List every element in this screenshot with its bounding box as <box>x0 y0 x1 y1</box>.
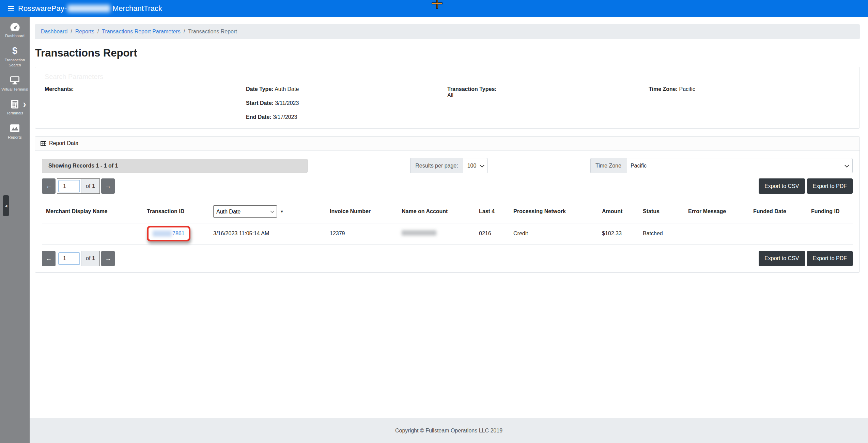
chart-area-icon <box>10 123 19 133</box>
param-end-date: End Date: 3/17/2023 <box>246 114 447 120</box>
footer: Copyright © Fullsteam Operations LLC 201… <box>30 418 868 443</box>
param-transaction-types: Transaction Types: All <box>447 86 649 128</box>
sidebar-item-label: Transaction Search <box>1 58 29 68</box>
page-number-input[interactable] <box>58 180 80 192</box>
export-csv-button[interactable]: Export to CSV <box>759 251 805 266</box>
param-date-type: Date Type: Auth Date <box>246 86 447 92</box>
col-sort-date: Auth Date ▼ <box>209 203 326 223</box>
cell-merchant-display-name <box>42 223 143 244</box>
calculator-icon <box>11 99 18 109</box>
breadcrumb: Dashboard / Reports / Transactions Repor… <box>35 24 860 39</box>
brand-prefix: RosswarePay- <box>18 4 67 13</box>
cell-funded-date <box>749 223 807 244</box>
table-header-row: Merchant Display Name Transaction ID Aut… <box>42 203 853 223</box>
date-column-select[interactable]: Auth Date <box>213 205 277 218</box>
sidebar-item-label: Virtual Terminal <box>1 87 28 92</box>
next-page-button[interactable]: → <box>101 251 115 266</box>
merchants-label: Merchants: <box>45 86 74 92</box>
sidebar-item-virtual-terminal[interactable]: Virtual Terminal <box>0 75 30 92</box>
sidebar-item-label: Dashboard <box>5 33 24 39</box>
results-per-page-select[interactable]: 100 <box>463 158 488 173</box>
page-number-group: of 1 <box>57 251 100 266</box>
export-buttons-bottom: Export to CSV Export to PDF <box>759 251 853 266</box>
cell-invoice-number: 12379 <box>326 223 398 244</box>
table-icon <box>41 141 46 146</box>
pagination-bottom: ← of 1 → <box>42 251 115 266</box>
export-pdf-button[interactable]: Export to PDF <box>807 251 853 266</box>
sidebar-item-reports[interactable]: Reports <box>0 123 30 140</box>
monitor-icon <box>10 75 19 85</box>
breadcrumb-separator: / <box>71 29 72 35</box>
gauge-icon <box>10 22 20 32</box>
param-start-date: Start Date: 3/11/2023 <box>246 100 447 106</box>
export-buttons-top: Export to CSV Export to PDF <box>759 178 853 194</box>
search-parameters-card: Search Parameters Merchants: Date Type: … <box>35 67 860 129</box>
prev-page-button[interactable]: ← <box>42 178 56 194</box>
cell-funding-id <box>807 223 853 244</box>
breadcrumb-dashboard[interactable]: Dashboard <box>41 29 67 35</box>
results-per-page-label: Results per page: <box>410 158 463 173</box>
sort-direction-caret-icon[interactable]: ▼ <box>280 209 284 213</box>
cell-name-on-account <box>398 223 475 244</box>
export-pdf-button[interactable]: Export to PDF <box>807 178 853 194</box>
crosshair-cursor <box>431 0 443 9</box>
breadcrumb-separator: / <box>97 29 99 35</box>
breadcrumb-separator: / <box>184 29 185 35</box>
sidebar-item-label: Terminals <box>6 111 23 116</box>
red-highlight-annotation: 7861 <box>147 226 190 241</box>
cell-last-4: 0216 <box>475 223 509 244</box>
col-merchant-display-name: Merchant Display Name <box>42 203 143 223</box>
next-page-button[interactable]: → <box>101 178 115 194</box>
col-name-on-account: Name on Account <box>398 203 475 223</box>
col-amount: Amount <box>598 203 639 223</box>
breadcrumb-transactions-report-parameters[interactable]: Transactions Report Parameters <box>102 29 181 35</box>
sidebar-nav: Dashboard $ Transaction Search Virtual T… <box>0 17 30 443</box>
chevron-right-icon: ❯ <box>23 102 26 107</box>
copyright-text: Copyright © Fullsteam Operations LLC 201… <box>395 428 502 434</box>
breadcrumb-reports[interactable]: Reports <box>75 29 94 35</box>
sidebar-item-transaction-search[interactable]: $ Transaction Search <box>0 46 30 68</box>
sidebar-item-terminals[interactable]: ❯ Terminals <box>0 99 30 116</box>
cell-status: Batched <box>639 223 684 244</box>
page-number-input[interactable] <box>58 252 80 265</box>
main-content: Dashboard / Reports / Transactions Repor… <box>30 17 868 418</box>
param-dates: Date Type: Auth Date Start Date: 3/11/20… <box>246 86 447 128</box>
time-zone-label: Time Zone <box>590 158 626 173</box>
prev-page-button[interactable]: ← <box>42 251 56 266</box>
name-on-account-redacted <box>402 230 436 236</box>
col-status: Status <box>639 203 684 223</box>
table-row: 7861 3/16/2023 11:05:14 AM 12379 0216 Cr… <box>42 223 853 244</box>
hamburger-menu-icon[interactable] <box>8 6 14 11</box>
pagination-top: ← of 1 → <box>42 178 115 194</box>
transaction-id-redacted <box>153 231 172 237</box>
brand-redacted-merchant <box>67 5 110 12</box>
page-count: of 1 <box>81 251 99 266</box>
col-transaction-id: Transaction ID <box>143 203 209 223</box>
param-merchants: Merchants: <box>45 86 246 128</box>
results-per-page-group: Results per page: 100 <box>410 158 487 173</box>
time-zone-group: Time Zone Pacific <box>590 158 853 173</box>
report-data-card: Report Data Showing Records 1 - 1 of 1 R… <box>35 136 860 273</box>
col-funded-date: Funded Date <box>749 203 807 223</box>
time-zone-select[interactable]: Pacific <box>626 158 853 173</box>
sidebar-item-label: Reports <box>8 135 21 140</box>
start-date-value: 3/11/2023 <box>275 100 299 106</box>
cell-processing-network: Credit <box>509 223 598 244</box>
breadcrumb-current: Transactions Report <box>188 29 237 35</box>
col-funding-id: Funding ID <box>807 203 853 223</box>
report-data-title: Report Data <box>49 140 78 146</box>
report-data-header: Report Data <box>35 137 859 151</box>
sidebar-item-dashboard[interactable]: Dashboard <box>0 22 30 39</box>
page-title: Transactions Report <box>35 47 860 59</box>
sidebar-collapse-handle[interactable]: ◀ <box>3 195 9 216</box>
app-brand: RosswarePay- MerchantTrack <box>18 4 162 13</box>
page-count: of 1 <box>81 179 99 193</box>
cell-auth-date: 3/16/2023 11:05:14 AM <box>209 223 326 244</box>
transaction-id-link[interactable]: 7861 <box>172 231 185 237</box>
export-csv-button[interactable]: Export to CSV <box>759 178 805 194</box>
end-date-value: 3/17/2023 <box>273 114 297 120</box>
col-error-message: Error Message <box>684 203 749 223</box>
search-parameters-title: Search Parameters <box>45 73 850 81</box>
col-processing-network: Processing Network <box>509 203 598 223</box>
cell-amount: $102.33 <box>598 223 639 244</box>
